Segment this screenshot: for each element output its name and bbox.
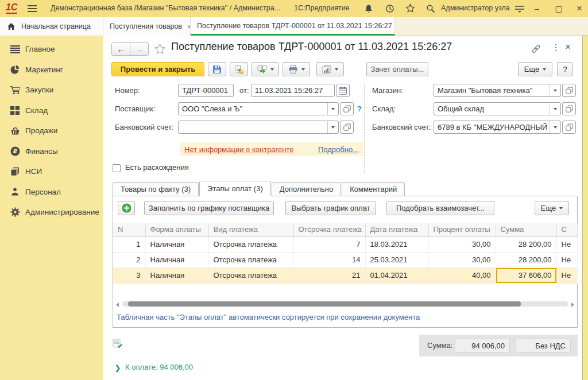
col-payment-form[interactable]: Форма оплаты — [145, 223, 208, 236]
cell-payment-kind[interactable]: Отсрочка платежа — [208, 236, 293, 252]
close-window-button[interactable]: × — [573, 0, 586, 17]
warehouse-open-button[interactable] — [562, 102, 576, 115]
cell-payment-kind[interactable]: Отсрочка платежа — [208, 267, 293, 283]
discrepancy-checkbox[interactable] — [113, 164, 121, 172]
tab-goods-by-fact[interactable]: Товары по факту (3) — [113, 182, 199, 196]
dropdown-arrow-icon[interactable] — [550, 121, 560, 133]
choose-payment-schedule-button[interactable]: Выбрать график оплат — [285, 201, 376, 215]
scroll-left-arrow[interactable] — [116, 303, 119, 307]
cell-payment-form[interactable]: Наличная — [145, 267, 208, 283]
payable-expander-chevron-icon[interactable]: ❯ — [115, 364, 121, 372]
grid-more-button[interactable]: Еще — [535, 201, 569, 215]
cell-payment-form[interactable]: Наличная — [145, 236, 208, 252]
col-n[interactable]: N — [113, 223, 145, 236]
sidebar-item-administration[interactable]: Администрирование — [0, 202, 103, 223]
sidebar-item-main[interactable]: Главное — [0, 39, 103, 60]
scrollbar-thumb[interactable] — [128, 301, 521, 307]
tab-receipts-list[interactable]: Поступления товаров × — [103, 17, 191, 36]
forward-button[interactable]: → — [130, 42, 149, 56]
cell-amount[interactable]: 28 200,00 — [496, 236, 556, 252]
minimize-button[interactable]: – — [531, 0, 543, 17]
dropdown-arrow-icon[interactable] — [550, 84, 560, 96]
print-button[interactable] — [283, 62, 310, 76]
payable-total-link[interactable]: К оплате: 94 006,00 — [125, 363, 193, 371]
sidebar-item-warehouse[interactable]: Склад — [0, 100, 103, 121]
more-button[interactable]: Еще — [518, 62, 552, 76]
search-icon[interactable] — [426, 4, 435, 15]
cell-payment-percent[interactable]: 30,00 — [428, 252, 496, 267]
col-payment-date[interactable]: Дата платежа — [365, 223, 428, 236]
sidebar-item-purchases[interactable]: Закупки — [0, 80, 103, 100]
cell-amount[interactable]: 28 200,00 — [496, 252, 556, 267]
tab-comment[interactable]: Комментарий — [342, 182, 405, 196]
document-check-icon[interactable] — [113, 339, 123, 350]
col-payment-kind[interactable]: Вид платежа — [208, 223, 293, 236]
date-field[interactable]: 11.03.2021 15:26:27 — [251, 84, 335, 97]
post-and-close-button[interactable]: Провести и закрыть — [111, 62, 204, 76]
cell-deferral[interactable]: 21 — [293, 267, 365, 283]
history-icon[interactable] — [385, 4, 394, 15]
tab-home[interactable]: Начальная страница — [0, 17, 103, 36]
shop-open-button[interactable] — [562, 84, 576, 97]
supplier-field[interactable]: ООО "Слеза и Ъ" — [178, 102, 339, 115]
dropdown-arrow-icon[interactable] — [327, 103, 338, 115]
shop-field[interactable]: Магазин "Бытовая техника" — [434, 84, 561, 97]
create-based-on-button[interactable] — [252, 62, 279, 76]
dropdown-arrow-icon[interactable] — [550, 103, 560, 115]
col-amount[interactable]: Сумма — [496, 223, 556, 236]
supplier-open-button[interactable] — [340, 102, 354, 115]
col-payment-percent[interactable]: Процент оплаты — [428, 223, 496, 236]
cell-status[interactable]: Не — [556, 252, 577, 267]
cell-payment-date[interactable]: 25.03.2021 — [365, 252, 428, 267]
payment-offset-button[interactable]: Зачет оплаты... — [366, 62, 428, 76]
bank-account-left-field[interactable] — [178, 121, 339, 134]
post-document-button[interactable] — [230, 62, 248, 76]
current-user[interactable]: Администратор узла — [441, 4, 510, 12]
sidebar-item-personnel[interactable]: Персонал — [0, 182, 103, 203]
maximize-button[interactable]: ▢ — [552, 0, 565, 17]
cell-payment-percent[interactable]: 30,00 — [428, 236, 496, 252]
counterparty-warning-text[interactable]: Нет информации о контрагенте — [184, 145, 294, 154]
table-row-selected[interactable]: 3 Наличная Отсрочка платежа 21 01.04.202… — [113, 267, 577, 283]
reports-button[interactable] — [316, 62, 344, 76]
col-deferral[interactable]: Отсрочка платежа — [293, 223, 365, 236]
back-button[interactable]: ← — [111, 42, 130, 56]
warning-details-link[interactable]: Подробно... — [318, 145, 359, 154]
sidebar-item-nsi[interactable]: НСИ — [0, 161, 103, 182]
calendar-button[interactable] — [336, 84, 350, 97]
tab-additional[interactable]: Дополнительно — [272, 182, 342, 196]
fill-by-supplier-schedule-button[interactable]: Заполнить по графику поставщика — [144, 201, 274, 215]
sidebar-item-finance[interactable]: ₽ Финансы — [0, 141, 103, 162]
col-status[interactable]: С — [556, 223, 577, 236]
kebab-menu-icon[interactable]: ⋮ — [551, 42, 560, 53]
cell-payment-date[interactable]: 18.03.2021 — [365, 236, 428, 252]
cell-n[interactable]: 3 — [113, 267, 145, 283]
cell-n[interactable]: 2 — [113, 252, 145, 267]
cell-payment-percent[interactable]: 40,00 — [428, 267, 496, 283]
cell-deferral[interactable]: 7 — [293, 236, 365, 252]
help-button[interactable]: ? — [557, 62, 573, 76]
supplier-help-link[interactable]: ? — [357, 102, 362, 115]
favorite-star-icon[interactable] — [154, 43, 166, 56]
bank-account-left-open-button[interactable] — [340, 121, 354, 134]
tab-payment-stages[interactable]: Этапы оплат (3) — [199, 181, 271, 196]
scroll-right-arrow[interactable] — [571, 303, 574, 307]
close-document-icon[interactable]: × — [565, 41, 571, 53]
cell-deferral[interactable]: 14 — [293, 252, 365, 267]
cell-payment-date[interactable]: 01.04.2021 — [365, 267, 428, 283]
table-row[interactable]: 2 Наличная Отсрочка платежа 14 25.03.202… — [113, 252, 577, 267]
warehouse-field[interactable]: Общий склад — [434, 102, 561, 115]
cell-payment-form[interactable]: Наличная — [145, 252, 208, 267]
get-link-icon[interactable] — [531, 44, 541, 56]
view-settings-icon[interactable] — [514, 5, 525, 14]
add-row-button[interactable] — [118, 201, 135, 215]
tab-receipt-document[interactable]: Поступление товаров ТДРТ-000001 от 11.03… — [191, 17, 395, 36]
pick-offset-button[interactable]: Подобрать взаимозачет... — [386, 201, 494, 215]
notifications-bell-icon[interactable] — [364, 4, 373, 15]
cell-amount-selected[interactable]: 37 606,00 — [496, 267, 556, 283]
sidebar-item-marketing[interactable]: Маркетинг — [0, 60, 103, 80]
favorites-star-icon[interactable] — [405, 3, 415, 15]
cell-status[interactable]: Не — [556, 236, 577, 252]
bank-account-right-field[interactable]: 6789 в КБ "МЕЖДУНАРОДНЫЙ Б — [434, 121, 561, 134]
cell-status[interactable]: Не — [556, 267, 577, 283]
